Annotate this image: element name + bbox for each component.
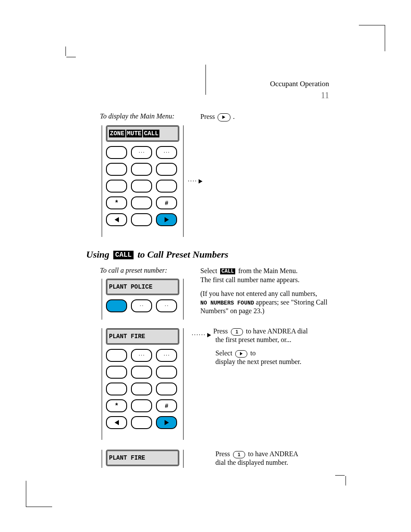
lcd-text: PLANT FIRE [109, 455, 145, 461]
key-hash[interactable]: # [156, 399, 177, 412]
key-0[interactable] [131, 399, 152, 412]
crop-mark [55, 47, 76, 67]
step: Select CALL from the Main Menu. [200, 267, 338, 275]
forward-icon [218, 113, 230, 121]
mono-chip: CALL [220, 268, 235, 274]
key-7[interactable] [106, 180, 127, 193]
mono-chip: CALL [113, 251, 133, 259]
key-8[interactable] [131, 383, 152, 395]
crop-mark [335, 465, 356, 485]
top-register-mark [206, 65, 206, 95]
key-inline-icon: 1 [231, 328, 243, 336]
crop-mark [26, 481, 52, 507]
key-blank[interactable] [131, 213, 152, 226]
step: the first preset number, or... [215, 336, 340, 344]
key-blank[interactable] [131, 416, 152, 429]
lcd-display: ZONE MUTE CALL [106, 125, 179, 142]
forward-icon [235, 350, 247, 358]
key-1[interactable] [106, 299, 127, 312]
key-2[interactable]: · · · [131, 349, 152, 362]
key-forward[interactable] [156, 213, 177, 226]
page-header: Occupant Operation [270, 80, 329, 88]
key-2[interactable]: · · · [131, 146, 152, 159]
instruction: To call a preset number: [100, 267, 167, 274]
key-3[interactable]: · · · [156, 349, 177, 362]
crop-mark [359, 25, 385, 51]
key-1[interactable] [106, 146, 127, 159]
section-heading: Using CALL to Call Preset Numbers [86, 250, 228, 259]
lcd-display: PLANT FIRE [106, 450, 179, 466]
lcd-item: CALL [143, 130, 159, 137]
key-forward[interactable] [156, 416, 177, 429]
lcd-text: PLANT POLICE [109, 284, 153, 290]
key-7[interactable] [106, 383, 127, 395]
key-star[interactable]: * [106, 399, 127, 412]
key-1[interactable] [106, 349, 127, 362]
key-hash[interactable]: # [156, 196, 177, 209]
key-6[interactable] [156, 163, 177, 176]
key-3[interactable]: · · [156, 299, 177, 312]
text: . [233, 113, 235, 120]
lcd-text: PLANT FIRE [109, 333, 145, 339]
key-2[interactable]: · · [131, 299, 152, 312]
key-back[interactable] [106, 213, 127, 226]
lcd-display: PLANT POLICE [106, 279, 179, 295]
key-4[interactable] [106, 366, 127, 379]
key-5[interactable] [131, 163, 152, 176]
key-inline-icon: 1 [233, 451, 245, 458]
key-6[interactable] [156, 366, 177, 379]
keypad-mini: PLANT POLICE · · · · [106, 279, 179, 320]
leader-arrow: ······ [183, 332, 211, 339]
step: Press 1 to have ANDREA dial [213, 327, 338, 336]
step: Press 1 to have ANDREA [215, 450, 340, 458]
text: Press [200, 113, 215, 120]
lcd-display: PLANT FIRE [106, 328, 179, 345]
key-5[interactable] [131, 366, 152, 379]
step: dial the displayed number. [215, 458, 340, 467]
keypad-lcd-only: PLANT FIRE [106, 450, 179, 468]
keypad: PLANT FIRE · · · · · · * # [106, 328, 179, 440]
keypad: ZONE MUTE CALL · · · · · · * # [106, 125, 179, 237]
lcd-item: MUTE [126, 130, 143, 137]
leader-arrow: ···· [183, 178, 202, 185]
key-8[interactable] [131, 180, 152, 193]
key-0[interactable] [131, 196, 152, 209]
result-text: The first call number name appears. [200, 276, 338, 284]
key-4[interactable] [106, 163, 127, 176]
key-back[interactable] [106, 416, 127, 429]
key-9[interactable] [156, 180, 177, 193]
page-number: 11 [321, 90, 329, 100]
step: display the next preset number. [215, 358, 340, 366]
lcd-item: ZONE [109, 130, 125, 137]
step: Select to [215, 349, 340, 358]
key-3[interactable]: · · · [156, 146, 177, 159]
note: (If you have not entered any call number… [200, 289, 347, 315]
instruction: To display the Main Menu: [100, 112, 174, 120]
key-star[interactable]: * [106, 196, 127, 209]
step: Press . [200, 112, 330, 121]
key-9[interactable] [156, 383, 177, 395]
